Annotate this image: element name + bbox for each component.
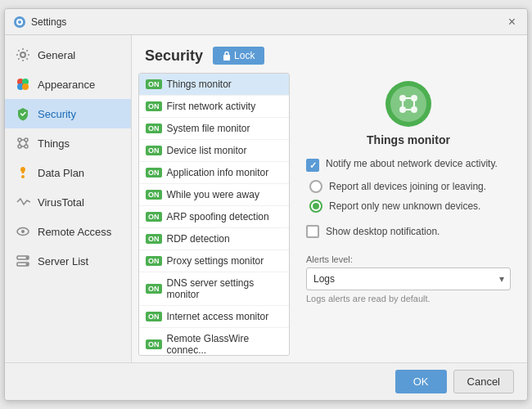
alerts-select[interactable]: Logs bbox=[306, 267, 511, 290]
title-bar: Settings × bbox=[5, 9, 527, 35]
svg-point-27 bbox=[411, 106, 417, 113]
sidebar-label-serverlist: Server List bbox=[38, 255, 88, 267]
main-content: General Appearance bbox=[5, 35, 527, 362]
panel-title: Security bbox=[145, 47, 203, 65]
show-notif-checkbox[interactable] bbox=[306, 225, 319, 238]
detail-icon-circle bbox=[385, 81, 431, 127]
monitor-label: RDP detection bbox=[167, 233, 230, 245]
sidebar-label-general: General bbox=[38, 49, 75, 61]
svg-point-22 bbox=[26, 263, 28, 265]
sidebar-item-remoteaccess[interactable]: Remote Access bbox=[5, 217, 131, 246]
svg-point-3 bbox=[20, 52, 25, 57]
radio-dot bbox=[313, 203, 319, 209]
serverlist-icon bbox=[15, 253, 31, 269]
on-badge: ON bbox=[146, 284, 162, 294]
alerts-label: Alerts level: bbox=[306, 254, 511, 264]
monitor-item-first-network[interactable]: ON First network activity bbox=[139, 96, 289, 118]
virustotal-icon bbox=[15, 194, 31, 210]
monitor-list[interactable]: ON Things monitor ON First network activ… bbox=[138, 73, 290, 356]
notify-label: Notify me about network device activity. bbox=[326, 158, 498, 169]
lock-icon bbox=[223, 51, 231, 61]
alerts-note: Logs alerts are read by default. bbox=[306, 294, 511, 303]
sidebar-item-things[interactable]: Things bbox=[5, 128, 131, 158]
radio-all-devices[interactable] bbox=[309, 180, 322, 193]
notify-checkbox-row: ✓ Notify me about network device activit… bbox=[306, 158, 511, 172]
sidebar-item-dataplan[interactable]: Data Plan bbox=[5, 158, 131, 187]
monitor-item-proxy[interactable]: ON Proxy settings monitor bbox=[139, 250, 289, 272]
close-button[interactable]: × bbox=[505, 16, 519, 29]
sidebar-item-appearance[interactable]: Appearance bbox=[5, 70, 131, 99]
ok-button[interactable]: OK bbox=[395, 370, 447, 393]
monitor-item-system-file[interactable]: ON System file monitor bbox=[139, 118, 289, 140]
things-detail-icon bbox=[397, 92, 420, 115]
svg-point-9 bbox=[25, 138, 28, 142]
sidebar: General Appearance bbox=[5, 35, 132, 362]
radio-all-label: Report all devices joining or leaving. bbox=[329, 181, 486, 192]
monitor-label: Remote GlassWire connec... bbox=[167, 333, 283, 356]
svg-point-26 bbox=[399, 106, 406, 113]
detail-name: Things monitor bbox=[306, 133, 511, 146]
panel: Security Lock ON Things monitor bbox=[132, 35, 527, 362]
shield-icon bbox=[15, 106, 31, 122]
on-badge: ON bbox=[146, 101, 162, 111]
on-badge: ON bbox=[146, 190, 162, 200]
monitor-label: Proxy settings monitor bbox=[167, 255, 264, 267]
monitor-item-device-list[interactable]: ON Device list monitor bbox=[139, 140, 289, 162]
monitor-item-app-info[interactable]: ON Application info monitor bbox=[139, 162, 289, 184]
show-notif-row: Show desktop notification. bbox=[306, 224, 511, 238]
monitor-label: First network activity bbox=[167, 101, 256, 112]
dataplan-icon bbox=[15, 164, 31, 181]
monitor-item-arp[interactable]: ON ARP spoofing detection bbox=[139, 206, 289, 228]
monitor-item-rdp[interactable]: ON RDP detection bbox=[139, 228, 289, 250]
monitor-label: Things monitor bbox=[167, 79, 232, 90]
on-badge: ON bbox=[146, 256, 162, 266]
things-icon bbox=[15, 135, 31, 151]
monitor-label: System file monitor bbox=[167, 123, 250, 134]
detail-panel: Things monitor ✓ Notify me about network… bbox=[296, 73, 521, 356]
on-badge: ON bbox=[146, 168, 162, 178]
app-icon bbox=[13, 16, 26, 29]
footer: OK Cancel bbox=[5, 362, 527, 400]
monitor-item-remote-gw[interactable]: ON Remote GlassWire connec... bbox=[139, 328, 289, 356]
appearance-icon bbox=[15, 76, 31, 92]
show-notif-label: Show desktop notification. bbox=[326, 226, 440, 237]
svg-point-8 bbox=[18, 138, 21, 142]
sidebar-label-appearance: Appearance bbox=[38, 79, 95, 91]
svg-point-2 bbox=[18, 20, 21, 24]
panel-body: ON Things monitor ON First network activ… bbox=[132, 73, 527, 362]
lock-button[interactable]: Lock bbox=[213, 47, 264, 65]
radio-group: Report all devices joining or leaving. R… bbox=[306, 180, 511, 213]
sidebar-item-general[interactable]: General bbox=[5, 40, 131, 70]
sidebar-label-things: Things bbox=[38, 137, 70, 150]
on-badge: ON bbox=[146, 312, 162, 321]
svg-point-18 bbox=[21, 230, 25, 233]
monitor-item-away[interactable]: ON While you were away bbox=[139, 184, 289, 206]
monitor-label: Internet access monitor bbox=[167, 311, 269, 322]
alerts-section: Alerts level: Logs Logs alerts are read … bbox=[306, 254, 511, 303]
monitor-label: Application info monitor bbox=[167, 167, 269, 178]
cancel-button[interactable]: Cancel bbox=[453, 370, 514, 393]
radio-new-devices[interactable] bbox=[309, 200, 322, 213]
monitor-label: ARP spoofing detection bbox=[167, 211, 269, 222]
svg-rect-23 bbox=[223, 55, 230, 61]
gear-icon bbox=[15, 47, 31, 63]
window-title: Settings bbox=[31, 16, 505, 28]
monitor-item-things[interactable]: ON Things monitor bbox=[139, 74, 289, 96]
sidebar-item-virustotal[interactable]: VirusTotal bbox=[5, 187, 131, 217]
on-badge: ON bbox=[146, 146, 162, 155]
monitor-item-dns[interactable]: ON DNS server settings monitor bbox=[139, 272, 289, 306]
svg-point-16 bbox=[21, 175, 25, 178]
svg-point-21 bbox=[26, 257, 28, 258]
alerts-select-wrapper: Logs bbox=[306, 267, 511, 290]
monitor-label: Device list monitor bbox=[167, 145, 247, 156]
svg-point-25 bbox=[411, 95, 417, 101]
sidebar-item-serverlist[interactable]: Server List bbox=[5, 246, 131, 276]
sidebar-item-security[interactable]: Security bbox=[5, 99, 131, 128]
radio-row-all: Report all devices joining or leaving. bbox=[309, 180, 511, 193]
detail-icon-inner bbox=[390, 86, 426, 122]
detail-options: ✓ Notify me about network device activit… bbox=[306, 158, 511, 303]
notify-checkbox[interactable]: ✓ bbox=[306, 159, 319, 172]
monitor-item-internet[interactable]: ON Internet access monitor bbox=[139, 306, 289, 328]
on-badge: ON bbox=[146, 79, 162, 89]
svg-point-10 bbox=[18, 145, 21, 148]
